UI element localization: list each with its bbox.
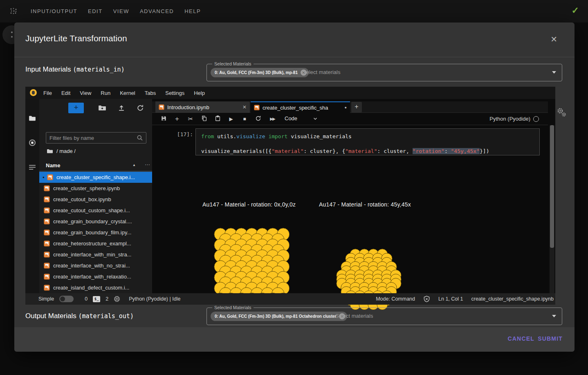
file-name: create_cutout_box.ipynb — [53, 196, 111, 202]
notebook-file-icon — [44, 251, 50, 258]
simple-mode-toggle[interactable] — [59, 296, 74, 302]
file-name: create_cutout_custom_shape.i... — [53, 207, 130, 213]
restart-run-all-icon[interactable]: ▶▶ — [268, 117, 276, 121]
chevron-down-icon[interactable] — [313, 116, 318, 121]
jupyter-menu-file[interactable]: File — [43, 90, 52, 96]
file-name: create_grain_boundary_crystal.... — [53, 218, 132, 225]
file-row[interactable]: create_interface_with_no_strai... — [39, 260, 152, 271]
file-row[interactable]: create_island_defect_custom.i... — [39, 282, 152, 293]
output-materials-label: Output Materials (materials_out) — [25, 312, 134, 320]
appbar-menu-help[interactable]: HELP — [184, 8, 201, 14]
notebook-file-icon — [159, 104, 164, 110]
select-legend: Selected Materials — [212, 61, 254, 66]
input-materials-select[interactable]: Selected Materials 0: Au, Gold, FCC (Fm-… — [206, 64, 562, 81]
notebook-content: [17]: from utils.visualize import visual… — [152, 125, 548, 293]
file-row[interactable]: create_cutout_box.ipynb — [39, 194, 152, 205]
jupyter-menu-help[interactable]: Help — [194, 90, 205, 96]
tab-introduction[interactable]: Introduction.ipynb ✕ — [155, 101, 250, 113]
file-row[interactable]: create_cutout_custom_shape.i... — [39, 205, 152, 216]
file-row[interactable]: create_interface_with_relaxatio... — [39, 271, 152, 282]
cell-prompt: [17]: — [172, 131, 193, 137]
kernel-status-icon[interactable] — [533, 116, 539, 122]
more-options-icon[interactable]: ⋯ — [145, 162, 150, 168]
cancel-button[interactable]: CANCEL — [507, 335, 534, 342]
filter-files-input[interactable] — [46, 132, 146, 144]
chip-label: 0: Au, Gold, FCC (Fm-3m) 3D (Bulk), mp-8… — [215, 70, 298, 75]
jupyter-menu-kernel[interactable]: Kernel — [120, 90, 135, 96]
output-materials-code: (materials_out) — [78, 312, 133, 320]
input-materials-label: Input Materials (materials_in) — [25, 65, 125, 74]
kernel-name[interactable]: Python (Pyodide) — [489, 116, 530, 122]
unsaved-dot-icon: ● — [43, 172, 46, 183]
submit-button[interactable]: SUBMIT — [538, 335, 563, 342]
jupyter-menu-tabs[interactable]: Tabs — [145, 90, 156, 96]
new-folder-icon[interactable] — [98, 104, 106, 112]
input-materials-text: Input Materials — [25, 65, 73, 73]
file-row[interactable]: create_heterostructure_exampl... — [39, 238, 152, 249]
jupyter-menu-view[interactable]: View — [80, 90, 91, 96]
refresh-icon[interactable] — [137, 104, 144, 112]
terminal-count[interactable]: 0 — [85, 296, 88, 302]
file-name: create_interface_with_no_strai... — [53, 263, 130, 269]
kernel-count[interactable]: 2 — [105, 296, 108, 302]
jupyter-menubar: FileEditViewRunKernelTabsSettingsHelp — [25, 87, 555, 99]
stop-kernel-icon[interactable]: ■ — [241, 116, 248, 122]
file-row-selected[interactable]: ●create_cluster_specific_shape.i... — [39, 172, 152, 183]
notebook-file-icon — [44, 218, 50, 225]
file-row[interactable]: create_grain_boundary_crystal.... — [39, 216, 152, 227]
paste-cell-icon[interactable] — [214, 115, 221, 123]
simple-label: Simple — [38, 296, 54, 302]
notebook-file-icon — [44, 229, 50, 236]
settings-gears-icon[interactable] — [555, 106, 568, 119]
code-cell[interactable]: from utils.visualize import visualize_ma… — [195, 128, 540, 155]
run-cell-icon[interactable]: ▶ — [228, 116, 234, 122]
output-materials-select[interactable]: Selected Materials 0: Au, Gold, FCC (Fm-… — [206, 308, 562, 325]
notebook-file-icon — [44, 185, 50, 191]
new-tab-button[interactable]: + — [351, 102, 362, 112]
new-launcher-button[interactable]: + — [68, 103, 84, 113]
appbar-menu-view[interactable]: VIEW — [113, 8, 129, 14]
scrollbar-thumb[interactable] — [550, 125, 554, 248]
appbar-menu-edit[interactable]: EDIT — [88, 8, 103, 14]
active-file-name: create_cluster_specific_shape.ipynb — [471, 296, 554, 302]
appbar-menu-input-output[interactable]: INPUT/OUTPUT — [31, 8, 77, 14]
save-icon[interactable] — [160, 115, 167, 123]
appbar-menu-advanced[interactable]: ADVANCED — [140, 8, 174, 14]
file-row[interactable]: create_cluster_sphere.ipynb — [39, 183, 152, 194]
upload-icon[interactable] — [118, 104, 125, 112]
jupyter-menu-settings[interactable]: Settings — [165, 90, 184, 96]
breadcrumb[interactable]: / made / — [47, 148, 76, 154]
cell-type-dropdown[interactable]: Code — [285, 115, 297, 121]
select-placeholder: Select materials — [303, 69, 340, 75]
status-right: Mode: Command Ln 1, Col 1 create_cluster… — [376, 293, 554, 305]
dialog-footer: CANCEL SUBMIT — [14, 327, 575, 352]
output-material-chip[interactable]: 0: Au, Gold, FCC (Fm-3m) 3D (Bulk), mp-8… — [211, 312, 347, 321]
close-icon[interactable]: ✕ — [550, 34, 557, 44]
running-sessions-icon[interactable] — [29, 139, 36, 146]
jupyter-menu-run[interactable]: Run — [101, 90, 110, 96]
output-label-1: Au147 - Material - rotation: 0x,0y,0z — [202, 201, 296, 208]
add-cell-icon[interactable]: + — [174, 115, 180, 123]
app-menu: INPUT/OUTPUTEDITVIEWADVANCEDHELP — [31, 0, 201, 22]
file-browser-icon[interactable] — [29, 115, 36, 122]
restart-kernel-icon[interactable] — [255, 115, 261, 123]
cut-cell-icon[interactable]: ✂ — [187, 115, 194, 123]
confirm-check-icon[interactable]: ✓ — [572, 5, 579, 16]
tab-create-cluster-specific-shape[interactable]: create_cluster_specific_sha ● — [251, 101, 350, 113]
table-of-contents-icon[interactable] — [29, 164, 36, 171]
name-column-header[interactable]: Name — [46, 162, 60, 168]
jupyter-menu-edit[interactable]: Edit — [61, 90, 70, 96]
file-row[interactable]: create_grain_boundary_film.ipy... — [39, 227, 152, 238]
copy-cell-icon[interactable] — [201, 115, 207, 123]
scrollbar-track[interactable] — [550, 125, 554, 293]
dot-icon — [11, 31, 13, 33]
tab-close-icon[interactable]: ✕ — [242, 104, 247, 110]
file-browser-panel: + — [39, 99, 152, 293]
tab-label: Introduction.ipynb — [167, 104, 240, 110]
toggle-knob — [60, 296, 65, 301]
input-material-chip[interactable]: 0: Au, Gold, FCC (Fm-3m) 3D (Bulk), mp-8… — [211, 68, 309, 77]
file-row[interactable]: create_interface_with_min_stra... — [39, 249, 152, 260]
file-name: create_interface_with_min_stra... — [53, 251, 131, 258]
file-list-header[interactable]: Name ▲ ⋯ — [39, 160, 152, 171]
breadcrumb-path: / made / — [56, 148, 76, 154]
